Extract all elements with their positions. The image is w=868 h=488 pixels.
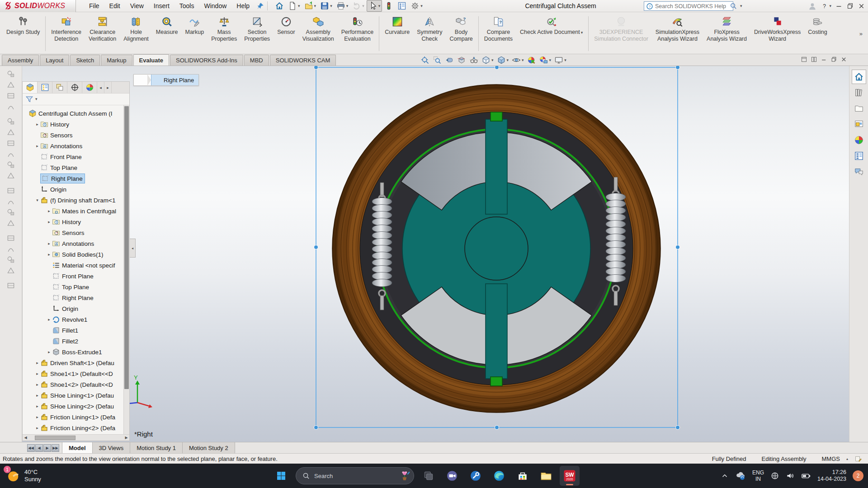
tree-item-front-plane[interactable]: Front Plane [23, 151, 129, 162]
expander-icon[interactable]: ▸ [34, 371, 40, 376]
docctrl-doc-restore-icon[interactable] [830, 56, 837, 65]
study-nav-button-1[interactable]: ◀◀ [27, 444, 35, 452]
menu-help[interactable]: Help [231, 0, 255, 11]
tab-layout[interactable]: Layout [40, 55, 69, 66]
notification-badge[interactable]: 2 [853, 470, 863, 481]
panel-tab-featuremanager-tab-icon[interactable] [23, 82, 38, 93]
menu-view[interactable]: View [125, 0, 149, 11]
ribbon-button-compare-documents[interactable]: ?CompareDocuments [481, 14, 516, 54]
expander-icon[interactable]: ▸ [34, 144, 40, 148]
breadcrumb[interactable]: Right Plane [133, 74, 199, 86]
tree-item-shoe1-1-default-d[interactable]: ▸Shoe1<1> (Default<<D [23, 368, 129, 379]
left-toolbar-icon-7[interactable] [4, 138, 18, 148]
ribbon-button-check-active-document[interactable]: Check Active Document▾ [516, 14, 586, 54]
tab-sketch[interactable]: Sketch [70, 55, 100, 66]
ribbon-button-design-study[interactable]: Design Study [3, 14, 43, 54]
tab-mbd[interactable]: MBD [244, 55, 269, 66]
ribbon-button-sensor[interactable]: Sensor [274, 14, 299, 54]
taskpane-file-explorer-pane-icon[interactable] [852, 101, 866, 116]
taskpane-design-library-icon[interactable] [852, 85, 866, 100]
taskbar-teams-icon[interactable] [442, 466, 462, 486]
qa-new-document-icon[interactable]: ▾ [286, 0, 302, 12]
taskbar-store-icon[interactable] [513, 466, 533, 486]
expander-icon[interactable]: ▸ [46, 350, 52, 354]
dropdown-caret-icon[interactable]: ▾ [362, 4, 364, 8]
panel-tab-scroll-left-icon[interactable]: ◂ [97, 82, 104, 93]
qa-save-icon[interactable]: ▾ [318, 0, 334, 12]
tree-item-fillet1[interactable]: Fillet1 [23, 325, 129, 336]
ribbon-button-markup[interactable]: Markup [181, 14, 208, 54]
left-toolbar-icon-16[interactable] [4, 244, 18, 254]
expander-icon[interactable]: ▸ [34, 426, 40, 430]
ribbon-button-simulationxpress-analysis-wizard[interactable]: SimulationXpressAnalysis Wizard [652, 14, 703, 54]
left-toolbar-icon-5[interactable] [4, 116, 18, 127]
headsup-zoom-fit-icon[interactable] [420, 55, 430, 65]
left-toolbar-icon-19[interactable] [4, 280, 18, 291]
panel-tab-dimxpertmanager-tab-icon[interactable] [67, 82, 82, 93]
note-edit-icon[interactable] [854, 455, 862, 462]
tree-item-sensors[interactable]: Sensors [23, 130, 129, 141]
docctrl-tile-window-icon[interactable] [811, 56, 817, 65]
headsup-apply-scene-icon[interactable]: ▾ [538, 55, 552, 65]
tab-evaluate[interactable]: Evaluate [133, 54, 169, 66]
headsup-hide-show-items-icon[interactable]: ▾ [511, 55, 525, 65]
tb-minimize-icon[interactable] [835, 2, 843, 10]
tree-horizontal-scrollbar[interactable]: ◀ ▶ [23, 434, 129, 441]
expander-icon[interactable]: ▸ [34, 415, 40, 419]
menu-insert[interactable]: Insert [149, 0, 175, 11]
tree-item-shoe-lining-2-defau[interactable]: ▸SHoe Lining<2> (Defau [23, 401, 129, 412]
scroll-left-icon[interactable]: ◀ [23, 436, 28, 440]
panel-tab-configurationmanager-tab-icon[interactable] [52, 82, 67, 93]
left-toolbar-icon-14[interactable] [4, 218, 18, 228]
tb-close-icon[interactable] [858, 2, 865, 10]
expander-icon[interactable]: ▸ [46, 209, 52, 213]
tree-item-material-not-specif[interactable]: Material <not specif [23, 260, 129, 271]
left-toolbar-icon-3[interactable] [4, 90, 18, 101]
tb-help-icon[interactable]: ?▾ [821, 2, 831, 10]
tb-restore-icon[interactable] [846, 2, 854, 10]
ribbon-overflow-chevron[interactable]: » [856, 30, 866, 37]
tree-item-driven-shaft-1-defau[interactable]: ▸Driven Shaft<1> (Defau [23, 357, 129, 368]
headsup-edit-appearance-icon[interactable] [526, 55, 537, 65]
filter-caret[interactable]: ▾ [35, 97, 38, 101]
headsup-previous-view-icon[interactable] [444, 55, 455, 65]
tree-item-origin[interactable]: Origin [23, 303, 129, 314]
dropdown-caret-icon[interactable]: ▾ [549, 58, 552, 62]
tree-item-sensors[interactable]: Sensors [23, 227, 129, 238]
tree-item-shoe-lining-1-defau[interactable]: ▸SHoe Lining<1> (Defau [23, 390, 129, 401]
qa-home-icon[interactable] [273, 0, 286, 12]
tree-item-fillet2[interactable]: Fillet2 [23, 336, 129, 347]
taskpane-forum-icon[interactable] [852, 164, 866, 179]
tree-item-origin[interactable]: Origin [23, 184, 129, 195]
tab-solidworks-add-ins[interactable]: SOLIDWORKS Add-Ins [170, 55, 243, 66]
start-button[interactable] [271, 466, 291, 486]
dropdown-caret-icon[interactable]: ▾ [564, 58, 566, 62]
filter-icon[interactable] [25, 95, 33, 103]
left-toolbar-icon-8[interactable] [4, 149, 18, 159]
tray-chevron-icon[interactable] [721, 472, 729, 480]
left-toolbar-icon-11[interactable] [4, 185, 18, 196]
docctrl-doc-close-icon[interactable] [840, 56, 847, 65]
ribbon-button-symmetry-check[interactable]: SymmetryCheck [413, 14, 446, 54]
expander-icon[interactable]: ▸ [34, 361, 40, 365]
battery-icon[interactable] [801, 471, 811, 481]
dropdown-caret-icon[interactable]: ▾ [581, 30, 583, 35]
tree-item-revolve1[interactable]: ▸Revolve1 [23, 314, 129, 325]
help-search-input[interactable] [655, 3, 728, 9]
clock[interactable]: 17:26 14-04-2023 [817, 469, 846, 483]
qa-select-arrow-icon[interactable]: ▾ [367, 0, 382, 12]
taskpane-view-palette-icon[interactable] [852, 117, 866, 131]
ribbon-button-mass-properties[interactable]: MassProperties [208, 14, 241, 54]
taskpane-appearances-icon[interactable] [852, 133, 866, 147]
taskbar-stacked-windows-icon[interactable] [419, 466, 439, 486]
qa-rebuild-traffic-light-icon[interactable] [382, 0, 395, 12]
taskbar-tools-app-icon[interactable] [466, 466, 486, 486]
tree-item-shoe1-2-default-d[interactable]: ▸Shoe1<2> (Default<<D [23, 379, 129, 390]
search-dropdown-caret[interactable]: ▾ [740, 4, 742, 8]
ribbon-button-driveworksxpress-wizard[interactable]: DriveWorksXpressWizard [750, 14, 804, 54]
left-toolbar-icon-18[interactable] [4, 265, 18, 276]
language-indicator[interactable]: ENG IN [752, 469, 764, 482]
tree-item-centrifugal-clutch-assem-i[interactable]: Centrifugal Clutch Assem (I [23, 108, 129, 119]
clutch-model[interactable]: Y Z [22, 66, 849, 442]
taskbar-file-explorer-icon[interactable] [536, 466, 556, 486]
